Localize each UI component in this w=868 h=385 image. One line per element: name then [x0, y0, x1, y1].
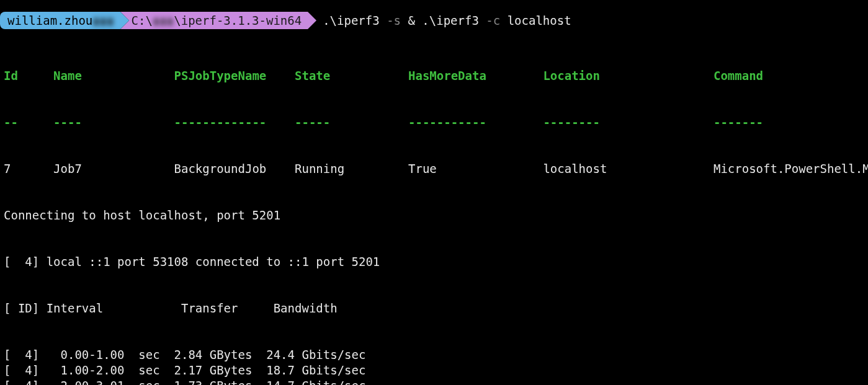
interval-row: [ 4] 2.00-3.01 sec 1.73 GBytes 14.7 Gbit…: [4, 378, 864, 385]
prompt-path-blur: ▮▮▮: [153, 13, 174, 29]
terminal-output[interactable]: Id Name PSJobTypeName State HasMoreData …: [0, 32, 868, 385]
iperf-header: [ ID] Interval Transfer Bandwidth: [4, 301, 864, 316]
interval-row: [ 4] 0.00-1.00 sec 2.84 GBytes 24.4 Gbit…: [4, 347, 864, 363]
interval-rows: [ 4] 0.00-1.00 sec 2.84 GBytes 24.4 Gbit…: [4, 347, 864, 385]
cmd-exe1: .\iperf3: [323, 14, 380, 27]
cmd-flag1: -s: [380, 14, 401, 27]
prompt-host-blur: ▮▮▮: [92, 13, 114, 29]
prompt-path-segment: C:\▮▮▮\iperf-3.1.3-win64: [120, 12, 308, 29]
job-table-header: Id Name PSJobTypeName State HasMoreData …: [4, 68, 864, 84]
cmd-amp: &: [401, 14, 422, 27]
prompt-path-suffix: \iperf-3.1.3-win64: [174, 13, 302, 29]
prompt-user-segment: william.zhou▮▮▮: [0, 12, 120, 29]
job-table-dashes: -- ---- ------------- ----- ----------- …: [4, 115, 864, 130]
connecting-line: Connecting to host localhost, port 5201: [4, 208, 864, 223]
cmd-arg: localhost: [500, 14, 571, 27]
cmd-exe2: .\iperf3: [422, 14, 479, 27]
command-line[interactable]: .\iperf3 -s & .\iperf3 -c localhost: [308, 13, 571, 29]
prompt-bar: william.zhou▮▮▮ C:\▮▮▮\iperf-3.1.3-win64…: [0, 0, 868, 32]
interval-row: [ 4] 1.00-2.00 sec 2.17 GBytes 18.7 Gbit…: [4, 363, 864, 378]
job-table-row: 7 Job7 BackgroundJob Running True localh…: [4, 161, 864, 177]
local-line: [ 4] local ::1 port 53108 connected to :…: [4, 254, 864, 270]
prompt-path-prefix: C:\: [132, 13, 153, 29]
cmd-flag2: -c: [479, 14, 500, 27]
prompt-username: william.zhou: [7, 13, 92, 29]
